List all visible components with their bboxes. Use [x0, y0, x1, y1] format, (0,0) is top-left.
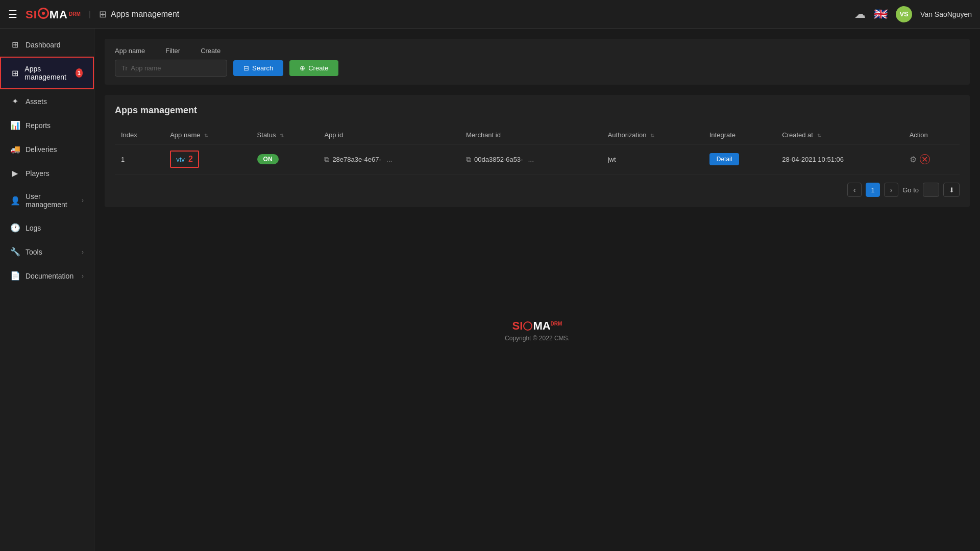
- copy-merchant-icon[interactable]: ⧉: [466, 155, 471, 164]
- sidebar-label-documentation: Documentation: [26, 272, 74, 280]
- plus-icon: ⊕: [300, 64, 305, 72]
- next-page-button[interactable]: ›: [884, 183, 898, 197]
- page-title: Apps management: [111, 10, 179, 19]
- settings-icon[interactable]: ⚙: [910, 155, 917, 164]
- copy-icon[interactable]: ⧉: [324, 155, 329, 164]
- sidebar-item-apps-management[interactable]: ⊞ Apps management 1: [0, 57, 94, 89]
- cell-index: 1: [115, 144, 164, 174]
- sidebar-item-tools[interactable]: 🔧 Tools ›: [0, 240, 94, 264]
- sidebar-label-user-management: User management: [26, 192, 82, 209]
- sidebar-item-reports[interactable]: 📊 Reports: [0, 113, 94, 137]
- status-badge: ON: [257, 154, 279, 164]
- sidebar-item-assets[interactable]: ✦ Assets: [0, 89, 94, 113]
- content-area: App name Filter Create ⊟ Search ⊕ Create…: [94, 29, 980, 551]
- create-button[interactable]: ⊕ Create: [289, 60, 338, 76]
- logo: SIMA DRM: [26, 7, 81, 21]
- col-authorization[interactable]: Authorization ⇅: [602, 126, 703, 144]
- chevron-right-icon: ›: [82, 197, 84, 204]
- cell-status: ON: [251, 144, 318, 174]
- cell-created-at: 28-04-2021 10:51:06: [776, 144, 903, 174]
- sidebar-item-user-management[interactable]: 👤 User management ›: [0, 185, 94, 216]
- page-1-button[interactable]: 1: [866, 183, 880, 197]
- app-name-label: App name: [115, 47, 145, 55]
- sidebar-label-apps-management: Apps management: [24, 65, 72, 81]
- col-integrate: Integrate: [703, 126, 776, 144]
- assets-icon: ✦: [10, 96, 19, 106]
- weather-icon[interactable]: ☁: [854, 8, 866, 21]
- prev-page-button[interactable]: ‹: [847, 183, 862, 197]
- col-action: Action: [903, 126, 960, 144]
- create-label: Create: [201, 47, 220, 55]
- user-name: Van SaoNguyen: [920, 10, 972, 18]
- avatar: VS: [896, 6, 912, 22]
- flag-icon[interactable]: 🇬🇧: [874, 8, 888, 21]
- footer-logo: SIMADRM: [115, 319, 960, 333]
- reports-icon: 📊: [10, 120, 19, 130]
- export-button[interactable]: ⬇: [943, 183, 960, 197]
- goto-label: Go to: [902, 186, 919, 194]
- col-app-name[interactable]: App name ⇅: [164, 126, 251, 144]
- documentation-icon: 📄: [10, 271, 19, 281]
- cell-app-name[interactable]: vtv 2: [164, 144, 251, 174]
- filter-bar: App name Filter Create ⊟ Search ⊕ Create: [105, 39, 970, 85]
- col-app-id: App id: [318, 126, 460, 144]
- sidebar-item-dashboard[interactable]: ⊞ Dashboard: [0, 33, 94, 57]
- authorization-value: jwt: [608, 156, 616, 163]
- sidebar-label-dashboard: Dashboard: [26, 41, 61, 49]
- table-title: Apps management: [115, 105, 960, 116]
- cell-merchant-id: ⧉ 00da3852-6a53- ...: [460, 144, 602, 174]
- dashboard-icon: ⊞: [10, 40, 19, 49]
- col-created-at[interactable]: Created at ⇅: [776, 126, 903, 144]
- col-merchant-id: Merchant id: [460, 126, 602, 144]
- user-management-icon: 👤: [10, 196, 19, 206]
- cell-authorization: jwt: [602, 144, 703, 174]
- chevron-right-icon-tools: ›: [82, 248, 84, 256]
- sidebar-label-logs: Logs: [26, 224, 41, 232]
- grid-icon: ⊞: [99, 9, 107, 20]
- goto-input[interactable]: [923, 183, 939, 197]
- app-id-ellipsis[interactable]: ...: [384, 155, 395, 163]
- search-button[interactable]: ⊟ Search: [233, 60, 283, 76]
- created-at-value: 28-04-2021 10:51:06: [782, 156, 844, 163]
- app-name-value[interactable]: vtv 2: [170, 151, 199, 168]
- sidebar-item-documentation[interactable]: 📄 Documentation ›: [0, 264, 94, 288]
- drm-label: DRM: [69, 11, 81, 17]
- logs-icon: 🕐: [10, 223, 19, 233]
- filter-controls: ⊟ Search ⊕ Create: [115, 60, 960, 77]
- main-layout: ⊞ Dashboard ⊞ Apps management 1 ✦ Assets…: [0, 29, 980, 551]
- sidebar-item-logs[interactable]: 🕐 Logs: [0, 216, 94, 240]
- chevron-right-icon-docs: ›: [82, 272, 84, 280]
- sidebar-item-deliveries[interactable]: 🚚 Deliveries: [0, 137, 94, 161]
- table-row: 1 vtv 2 ON ⧉ 28e78a3e-4e67- ...: [115, 144, 960, 174]
- merchant-id-value: 00da3852-6a53-: [474, 156, 523, 163]
- sidebar-label-players: Players: [26, 169, 50, 178]
- hamburger-menu[interactable]: ☰: [8, 8, 17, 20]
- delete-icon[interactable]: ✕: [920, 154, 930, 164]
- apps-table: Index App name ⇅ Status ⇅ App id Merchan…: [115, 126, 960, 174]
- sidebar-item-players[interactable]: ▶ Players: [0, 161, 94, 185]
- col-index: Index: [115, 126, 164, 144]
- detail-button[interactable]: Detail: [709, 153, 740, 165]
- apps-management-badge: 1: [76, 68, 83, 78]
- tools-icon: 🔧: [10, 247, 19, 257]
- apps-management-icon: ⊞: [11, 68, 18, 78]
- header-right: ☁ 🇬🇧 VS Van SaoNguyen: [854, 6, 972, 22]
- cell-app-id: ⧉ 28e78a3e-4e67- ...: [318, 144, 460, 174]
- app-id-value: 28e78a3e-4e67-: [332, 156, 381, 163]
- filter-label: Filter: [165, 47, 180, 55]
- filter-labels: App name Filter Create: [115, 47, 960, 55]
- footer: SIMADRM Copyright © 2022 CMS.: [105, 309, 970, 352]
- table-header-row: Index App name ⇅ Status ⇅ App id Merchan…: [115, 126, 960, 144]
- merchant-id-ellipsis[interactable]: ...: [526, 155, 536, 163]
- footer-copyright: Copyright © 2022 CMS.: [115, 335, 960, 342]
- footer-drm-label: DRM: [551, 321, 562, 327]
- cell-action: ⚙ ✕: [903, 144, 960, 174]
- sidebar: ⊞ Dashboard ⊞ Apps management 1 ✦ Assets…: [0, 29, 94, 551]
- top-header: ☰ SIMA DRM | ⊞ Apps management ☁ 🇬🇧 VS V…: [0, 0, 980, 29]
- players-icon: ▶: [10, 168, 19, 178]
- cell-integrate: Detail: [703, 144, 776, 174]
- sidebar-label-deliveries: Deliveries: [26, 145, 57, 154]
- sidebar-label-reports: Reports: [26, 121, 51, 130]
- app-name-input[interactable]: [115, 60, 227, 77]
- col-status[interactable]: Status ⇅: [251, 126, 318, 144]
